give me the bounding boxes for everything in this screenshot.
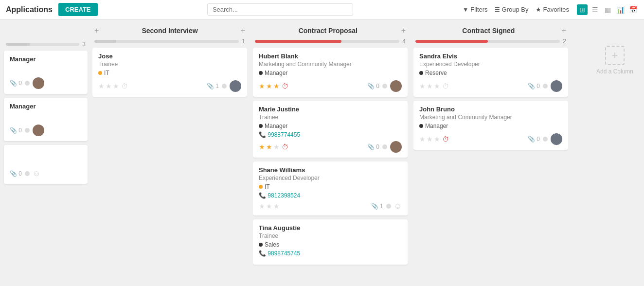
card-stars: ★ ★ ★ ⏱	[259, 143, 288, 151]
col-header: + Second Interview +	[92, 23, 247, 38]
col-add-right[interactable]: +	[562, 26, 566, 35]
card-stars: ★ ★ ★ ⏱	[98, 82, 128, 90]
clip-icon: 📎 1	[207, 83, 219, 89]
kanban-col-contract-proposal: Contract Proposal + 4 Hubert Blank Marke…	[250, 23, 411, 282]
filter-group: ▼ Filters ☰ Group By ★ Favorites	[463, 6, 569, 13]
card-meta: 📎 0	[528, 133, 562, 145]
card-footer: ★ ★ ★ ⏱ 📎 0	[419, 133, 562, 145]
col-progress-fill	[94, 40, 116, 43]
star-3: ★	[273, 82, 280, 90]
col-title: Second Interview	[142, 27, 197, 35]
card-footer: ★ ★ ★ ⏱ 📎 0	[259, 141, 402, 153]
card-role: Marketing and Community Manager	[419, 114, 562, 121]
col-progress-row-partial: 3	[4, 41, 88, 51]
col-cards: Hubert Blank Marketing and Community Man…	[253, 48, 408, 282]
col-add-right[interactable]: +	[401, 26, 406, 35]
star-3: ★	[113, 82, 119, 90]
card-role: Trainee	[98, 61, 241, 68]
tag-dot	[98, 71, 102, 75]
col-title: Contract Proposal	[299, 27, 358, 35]
clip-icon: 📎 0	[367, 143, 379, 150]
col-add-left[interactable]: +	[94, 26, 99, 35]
avatar	[33, 77, 44, 89]
card-name: Shane Williams	[259, 166, 402, 174]
clock-icon: ⏱	[442, 82, 449, 90]
list-item[interactable]: Manager 📎 0	[4, 51, 88, 94]
grid-view-icon[interactable]: ▦	[602, 4, 613, 15]
topbar-left: Applications CREATE	[6, 3, 98, 16]
add-column-area: + Add a Column	[571, 23, 644, 282]
col-title: Contract Signed	[462, 27, 515, 35]
list-view-icon[interactable]: ☰	[590, 4, 600, 15]
card-name: Jose	[98, 53, 241, 60]
list-item[interactable]: Shane Williams Experienced Developer IT …	[253, 161, 408, 215]
create-button[interactable]: CREATE	[58, 3, 97, 16]
card-meta: 📎 0	[10, 125, 44, 136]
card-name: Sandra Elvis	[419, 53, 562, 60]
col-progress-bar	[255, 40, 399, 43]
kanban-view-icon[interactable]: ⊞	[577, 4, 588, 15]
card-footer: ★ ★ ★ ⏱ 📎 1	[98, 80, 241, 92]
kanban-board: 3 Manager 📎 0 Manager	[0, 19, 644, 286]
card-name: Manager	[10, 103, 82, 110]
card-meta: 📎 1	[207, 80, 241, 92]
topbar-right: ▼ Filters ☰ Group By ★ Favorites ⊞ ☰ ▦ 📊…	[463, 4, 638, 15]
col-progress-fill-red	[415, 40, 488, 43]
tag-dot	[259, 124, 263, 128]
meta-dot	[382, 144, 387, 149]
card-meta: 📎 0	[528, 80, 562, 92]
star-3: ★	[434, 82, 440, 90]
card-tag: Manager	[259, 70, 402, 76]
list-item[interactable]: John Bruno Marketing and Community Manag…	[413, 101, 568, 150]
card-role: Experienced Developer	[419, 61, 562, 68]
col-header-partial	[4, 23, 88, 41]
filters-button[interactable]: ▼ Filters	[463, 6, 487, 13]
list-item[interactable]: Hubert Blank Marketing and Community Man…	[253, 48, 408, 97]
list-item[interactable]: Jose Trainee IT ★ ★ ★ ⏱	[92, 48, 247, 97]
meta-dot	[25, 128, 30, 133]
search-input[interactable]	[207, 3, 353, 16]
clip-icon: 📎 0	[528, 83, 540, 89]
col-add-right[interactable]: +	[241, 26, 245, 35]
star-3: ★	[273, 202, 280, 210]
card-meta: 📎 0	[367, 80, 402, 92]
clip-icon: 📎 0	[10, 80, 22, 87]
clock-icon: ⏱	[121, 82, 128, 90]
clip-icon: 📎 0	[367, 83, 379, 89]
list-item[interactable]: Marie Justine Trainee Manager 📞 99887744…	[253, 101, 408, 158]
meta-dot	[382, 84, 387, 89]
col-header: Contract Signed +	[413, 23, 568, 38]
star-2: ★	[106, 82, 112, 90]
col-count: 2	[563, 38, 566, 45]
card-name: John Bruno	[419, 106, 562, 113]
chart-view-icon[interactable]: 📊	[615, 4, 626, 15]
star-1: ★	[419, 135, 426, 143]
filters-label: Filters	[470, 6, 487, 13]
meta-dot	[543, 84, 548, 89]
card-role: Marketing and Community Manager	[259, 61, 402, 68]
groupby-button[interactable]: ☰ Group By	[495, 6, 529, 13]
avatar	[230, 80, 241, 92]
list-item[interactable]: Sandra Elvis Experienced Developer Reser…	[413, 48, 568, 97]
list-item[interactable]: 📎 0 ☺	[4, 145, 88, 184]
card-stars: ★ ★ ★ ⏱	[419, 135, 449, 143]
favorites-button[interactable]: ★ Favorites	[536, 6, 569, 13]
tag-dot	[419, 124, 423, 128]
col-progress-row: 4	[253, 38, 408, 48]
calendar-view-icon[interactable]: 📅	[627, 4, 638, 15]
kanban-col-partial: 3 Manager 📎 0 Manager	[2, 23, 89, 282]
list-item[interactable]: Tina Augustie Trainee Sales 📞 9898745745	[253, 219, 408, 265]
star-1: ★	[259, 82, 265, 90]
star-1: ★	[259, 143, 265, 151]
card-stars: ★ ★ ★ ⏱	[419, 82, 449, 90]
card-tag: IT	[98, 70, 241, 76]
clip-icon: 📎 0	[10, 170, 22, 177]
add-column-button[interactable]: + Add a Column	[596, 46, 633, 75]
list-item[interactable]: Manager 📎 0	[4, 98, 88, 141]
groupby-label: Group By	[502, 6, 529, 13]
card-stars: ★ ★ ★ ⏱	[259, 82, 288, 90]
star-1: ★	[98, 82, 105, 90]
avatar	[390, 141, 402, 153]
tag-dot	[259, 185, 263, 189]
smiley-icon: ☺	[33, 169, 40, 178]
